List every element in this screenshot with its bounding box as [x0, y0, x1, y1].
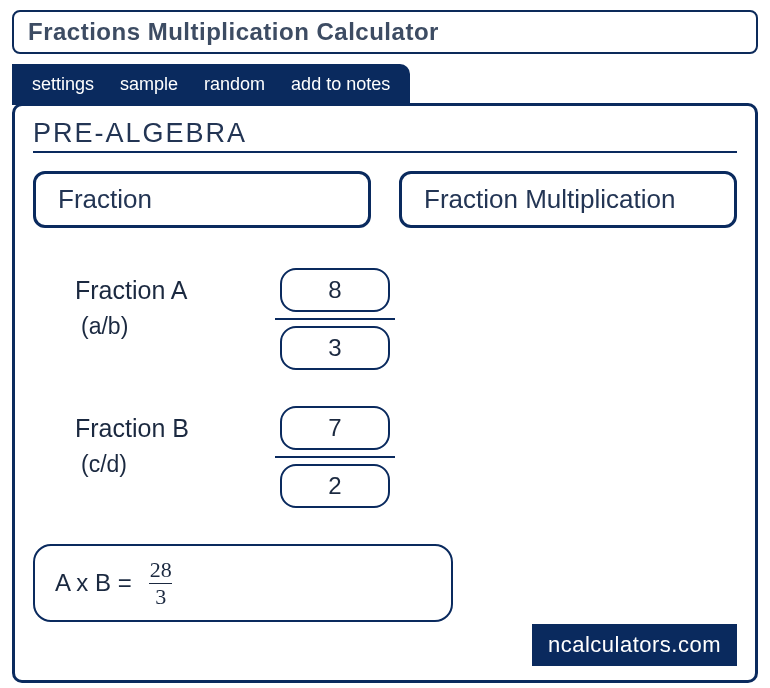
page-title: Fractions Multiplication Calculator: [12, 10, 758, 54]
result-fraction: 28 3: [144, 559, 178, 608]
fraction-a-row: Fraction A (a/b): [33, 268, 737, 370]
pill-fraction-multiplication[interactable]: Fraction Multiplication: [399, 171, 737, 228]
result-box: A x B = 28 3: [33, 544, 453, 622]
fraction-b-sublabel: (c/d): [75, 451, 235, 478]
breadcrumb: Fraction Fraction Multiplication: [33, 171, 737, 228]
pill-fraction[interactable]: Fraction: [33, 171, 371, 228]
tab-bar: settings sample random add to notes: [12, 64, 410, 105]
fraction-b-label: Fraction B: [75, 414, 235, 443]
fraction-a-divider: [275, 318, 395, 320]
result-denominator: 3: [149, 583, 172, 608]
tab-random[interactable]: random: [204, 74, 265, 95]
fraction-b-divider: [275, 456, 395, 458]
main-panel: PRE-ALGEBRA Fraction Fraction Multiplica…: [12, 103, 758, 683]
fraction-a-denominator[interactable]: [280, 326, 390, 370]
tab-add-to-notes[interactable]: add to notes: [291, 74, 390, 95]
brand-badge: ncalculators.com: [532, 624, 737, 666]
fraction-a-numerator[interactable]: [280, 268, 390, 312]
fraction-b-row: Fraction B (c/d): [33, 406, 737, 508]
result-numerator: 28: [144, 559, 178, 583]
fraction-b-inputs: [275, 406, 395, 508]
result-prefix: A x B =: [55, 569, 132, 597]
tab-sample[interactable]: sample: [120, 74, 178, 95]
fraction-a-label: Fraction A: [75, 276, 235, 305]
fraction-a-inputs: [275, 268, 395, 370]
section-heading: PRE-ALGEBRA: [33, 118, 737, 153]
fraction-b-denominator[interactable]: [280, 464, 390, 508]
tab-settings[interactable]: settings: [32, 74, 94, 95]
fraction-a-sublabel: (a/b): [75, 313, 235, 340]
fraction-b-numerator[interactable]: [280, 406, 390, 450]
